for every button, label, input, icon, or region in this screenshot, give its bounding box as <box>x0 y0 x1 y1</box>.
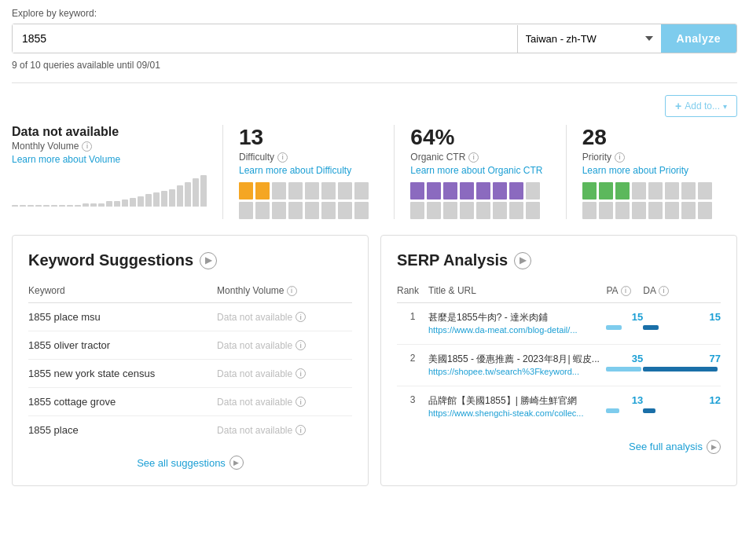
analyze-button[interactable]: Analyze <box>661 24 736 53</box>
da-info-icon[interactable]: i <box>659 286 669 296</box>
keyword-suggestions-table: Keyword Monthly Volume i 1855 place msu … <box>28 281 352 444</box>
kw-volume-info-icon[interactable]: i <box>296 312 306 322</box>
see-all-suggestions-link[interactable]: See all suggestions ▶ <box>28 456 352 470</box>
serp-rank: 3 <box>397 386 428 428</box>
search-input[interactable] <box>13 24 517 53</box>
see-full-analysis-link[interactable]: See full analysis ▶ <box>397 440 721 454</box>
metric-label-monthly-volume: Monthly Volume <box>12 141 79 152</box>
col-keyword: Keyword <box>28 281 217 303</box>
serp-rank: 2 <box>397 345 428 386</box>
search-bar: Taiwan - zh-TW United States - en-US Uni… <box>12 24 737 53</box>
metric-label-priority: Priority <box>582 152 611 163</box>
metric-label-info-icon-difficulty[interactable]: i <box>277 152 288 163</box>
region-select[interactable]: Taiwan - zh-TW United States - en-US Uni… <box>517 25 661 53</box>
pa-bar <box>606 325 622 330</box>
blocks-priority <box>582 182 721 219</box>
pa-info-icon[interactable]: i <box>621 286 631 296</box>
explore-label: Explore by keyword: <box>12 8 737 19</box>
kw-keyword: 1855 oliver tractor <box>28 331 217 360</box>
serp-title-url: 美國1855 - 優惠推薦 - 2023年8月| 蝦皮... https://s… <box>428 345 606 386</box>
kw-volume: Data not available i <box>217 388 352 416</box>
serp-title-url: 品牌館【美國1855】| 勝崎生鮮官網 https://www.shengchi… <box>428 386 606 428</box>
kw-volume-info-icon[interactable]: i <box>296 425 306 435</box>
see-all-arrow-icon: ▶ <box>229 456 244 470</box>
kw-volume-info-icon[interactable]: i <box>296 368 306 379</box>
keyword-suggestions-panel: Keyword Suggestions ▶ Keyword Monthly Vo… <box>12 235 369 486</box>
metric-value-monthly-volume: Data not available <box>12 125 207 139</box>
kw-row: 1855 place Data not available i <box>28 416 352 445</box>
serp-analysis-panel: SERP Analysis ▶ Rank Title & URL PA i <box>380 235 737 486</box>
keyword-suggestions-title: Keyword Suggestions ▶ <box>28 251 352 269</box>
kw-row: 1855 oliver tractor Data not available i <box>28 331 352 360</box>
kw-volume-info-icon[interactable]: i <box>296 340 306 350</box>
metric-monthly-volume: Data not availableMonthly VolumeiLearn m… <box>12 125 222 219</box>
kw-row: 1855 new york state census Data not avai… <box>28 360 352 388</box>
metrics-row: Data not availableMonthly VolumeiLearn m… <box>12 125 737 219</box>
pa-bar <box>606 367 641 372</box>
metric-link-priority[interactable]: Learn more about Priority <box>582 165 688 176</box>
metric-organic-ctr: 64%Organic CTRiLearn more about Organic … <box>394 125 565 219</box>
metric-link-difficulty[interactable]: Learn more about Difficulty <box>239 165 351 176</box>
kw-volume-info-icon[interactable]: i <box>296 397 306 407</box>
metric-value-difficulty: 13 <box>239 125 378 150</box>
kw-keyword: 1855 new york state census <box>28 360 217 388</box>
serp-pa: 15 <box>606 303 643 345</box>
serp-title-url: 甚麼是1855牛肉? - 達米肉鋪 https://www.da-meat.co… <box>428 303 606 345</box>
serp-da: 77 <box>643 345 721 386</box>
kw-keyword: 1855 place <box>28 416 217 445</box>
plus-icon: + <box>675 100 681 112</box>
serp-row: 1 甚麼是1855牛肉? - 達米肉鋪 https://www.da-meat.… <box>397 303 721 345</box>
serp-pa: 13 <box>606 386 643 428</box>
panels-row: Keyword Suggestions ▶ Keyword Monthly Vo… <box>12 235 737 486</box>
kw-row: 1855 place msu Data not available i <box>28 303 352 331</box>
blocks-organic-ctr <box>410 182 549 219</box>
kw-keyword: 1855 cottage grove <box>28 388 217 416</box>
monthly-volume-info-icon[interactable]: i <box>287 286 297 296</box>
metric-label-difficulty: Difficulty <box>239 152 274 163</box>
metric-value-organic-ctr: 64% <box>410 125 549 150</box>
bar-chart-monthly-volume <box>12 171 207 207</box>
pa-bar <box>606 408 619 413</box>
metric-label-organic-ctr: Organic CTR <box>410 152 465 163</box>
metric-label-info-icon-priority[interactable]: i <box>615 152 625 163</box>
add-to-bar: + Add to... ▾ <box>12 95 737 117</box>
metric-priority: 28PriorityiLearn more about Priority <box>566 125 737 219</box>
col-title-url: Title & URL <box>428 281 606 303</box>
serp-row: 2 美國1855 - 優惠推薦 - 2023年8月| 蝦皮... https:/… <box>397 345 721 386</box>
col-pa: PA i <box>606 281 643 303</box>
metric-label-info-icon-organic-ctr[interactable]: i <box>468 152 479 163</box>
metric-link-organic-ctr[interactable]: Learn more about Organic CTR <box>410 165 542 176</box>
serp-da: 12 <box>643 386 721 428</box>
kw-keyword: 1855 place msu <box>28 303 217 331</box>
serp-analysis-table: Rank Title & URL PA i DA i <box>397 281 721 428</box>
kw-volume: Data not available i <box>217 331 352 360</box>
serp-rank: 1 <box>397 303 428 345</box>
serp-pa: 35 <box>606 345 643 386</box>
da-bar <box>643 408 655 413</box>
add-to-button[interactable]: + Add to... ▾ <box>665 95 737 117</box>
add-to-label: Add to... <box>685 101 720 112</box>
divider <box>12 82 737 83</box>
col-rank: Rank <box>397 281 428 303</box>
kw-volume: Data not available i <box>217 303 352 331</box>
serp-analysis-title: SERP Analysis ▶ <box>397 251 721 269</box>
col-da: DA i <box>643 281 721 303</box>
queries-info: 9 of 10 queries available until 09/01 <box>12 60 737 71</box>
serp-da: 15 <box>643 303 721 345</box>
metric-link-monthly-volume[interactable]: Learn more about Volume <box>12 154 120 165</box>
da-bar <box>643 325 659 330</box>
keyword-suggestions-arrow-icon[interactable]: ▶ <box>200 252 217 269</box>
kw-volume: Data not available i <box>217 416 352 445</box>
metric-difficulty: 13DifficultyiLearn more about Difficulty <box>222 125 394 219</box>
kw-volume: Data not available i <box>217 360 352 388</box>
see-full-arrow-icon: ▶ <box>707 440 721 454</box>
serp-row: 3 品牌館【美國1855】| 勝崎生鮮官網 https://www.shengc… <box>397 386 721 428</box>
da-bar <box>643 367 718 372</box>
kw-row: 1855 cottage grove Data not available i <box>28 388 352 416</box>
dropdown-arrow-icon: ▾ <box>723 102 727 111</box>
metric-label-info-icon-monthly-volume[interactable]: i <box>82 141 92 152</box>
blocks-difficulty <box>239 182 378 219</box>
serp-analysis-arrow-icon[interactable]: ▶ <box>514 252 531 269</box>
metric-value-priority: 28 <box>582 125 721 150</box>
col-monthly-volume: Monthly Volume i <box>217 281 352 303</box>
